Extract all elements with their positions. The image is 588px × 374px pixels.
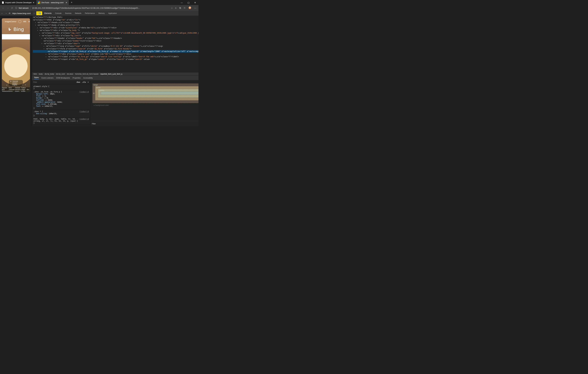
news-ticker: Signed and delivered New 'caravan' forms…: [2, 87, 30, 92]
ticker-item[interactable]: Debate winners, losers: [15, 87, 21, 92]
info-icon: ⓘ: [15, 7, 17, 9]
tab-application[interactable]: Application: [107, 11, 118, 16]
dom-breadcrumb[interactable]: htmlbodydiv.hp_bodydiv.hp_contdiv.sboxfo…: [32, 72, 199, 75]
minimize-button[interactable]: —: [178, 0, 185, 5]
dom-tree[interactable]: <a">class="t">!doctype html><a">class="t…: [32, 16, 199, 72]
screencast-url[interactable]: https://www.bing.com/: [12, 12, 31, 14]
styles-panel: :hov .cls ＋ element.style {}.sbox .sb_fo…: [32, 80, 90, 126]
boxmodel-content[interactable]: 498.531 × 18: [101, 92, 199, 95]
collections-icon[interactable]: ⧉: [179, 7, 181, 9]
ticker-item[interactable]: Signed and delivered: [2, 87, 9, 92]
breadcrumb-item[interactable]: div.hp_body: [45, 73, 54, 75]
tab-sources[interactable]: Sources: [64, 11, 73, 16]
favorites-icon[interactable]: ✧: [175, 7, 177, 10]
tab-console[interactable]: Console: [53, 11, 63, 16]
forward-button[interactable]: →: [7, 7, 9, 10]
close-window-button[interactable]: ✕: [192, 0, 199, 5]
dom-line[interactable]: <a">class="t">!doctype html>: [33, 16, 199, 19]
dom-line[interactable]: ▸ <a">class="t">div a">class="img_cont" …: [33, 32, 199, 34]
styles-subtabs: Styles Event Listeners DOM Breakpoints P…: [32, 75, 199, 80]
user-avatar-icon[interactable]: [18, 20, 21, 23]
inspect-icon[interactable]: ▭: [32, 12, 36, 14]
device-toggle-highlight[interactable]: [36, 11, 42, 15]
subtab-accessibility[interactable]: Accessibility: [83, 77, 93, 79]
breadcrumb-item[interactable]: div.hp_cont: [56, 73, 65, 75]
subtab-styles[interactable]: Styles: [34, 76, 39, 79]
subtab-properties[interactable]: Properties: [73, 77, 81, 79]
css-rules[interactable]: element.style {}.sbox .sb_form .sb_form_…: [32, 84, 90, 126]
browser-tab-2[interactable]: DevTools - www.bing.com/ ×: [36, 0, 69, 5]
extensions-icon[interactable]: ⚐: [184, 7, 186, 10]
reload-button[interactable]: ⟳: [11, 7, 13, 10]
boxmodel-margin[interactable]: margin – 10 – border – padding – 498.531…: [92, 83, 199, 103]
browser-titlebar: Inspect with Chrome Developer × DevTools…: [0, 0, 199, 5]
subtab-event-listeners[interactable]: Event Listeners: [42, 77, 53, 79]
breadcrumb-item[interactable]: form#sb_form.sb_form.hassbi: [75, 73, 98, 75]
dom-line[interactable]: <a">class="t">input a">id="sb_form_q" a"…: [33, 50, 199, 53]
browser-tab-1[interactable]: Inspect with Chrome Developer ×: [0, 0, 36, 5]
profile-avatar[interactable]: [188, 6, 191, 10]
boxmodel-padding[interactable]: padding – 498.531 × 18 –: [98, 89, 199, 98]
dom-line[interactable]: <a">class="t">div a">class="dimmer"></a"…: [33, 40, 199, 42]
computed-filter-label[interactable]: Filter: [92, 123, 96, 125]
dom-line[interactable]: ▸ <a">class="t">header a">class="header"…: [33, 37, 199, 40]
location-icon: ◎: [10, 80, 11, 85]
ticker-item[interactable]: Am: [26, 87, 30, 92]
not-secure-label: Not secure: [19, 7, 29, 9]
dom-line[interactable]: ▾ <a">class="t">form a">action="/search"…: [33, 47, 199, 50]
image-caption[interactable]: ◎ Harvest season begins: [9, 80, 23, 86]
breadcrumb-item[interactable]: html: [33, 73, 37, 75]
menu-icon[interactable]: ⋯: [194, 7, 196, 10]
back-button[interactable]: ←: [2, 7, 5, 10]
rewards-points: 895: [23, 21, 26, 23]
tab-network[interactable]: Network: [74, 11, 83, 16]
dom-line[interactable]: ▾ <a">class="t">body a">data-priority="2…: [33, 24, 199, 26]
dom-line[interactable]: ▸ <a">class="t">label a">for="sb_form_go…: [33, 55, 199, 58]
url-field[interactable]: ⓘ Not secure | 10.68.241.216:50080/msedg…: [15, 7, 169, 9]
dom-line[interactable]: ▸ <a">class="t">div a">class="camera ico…: [33, 53, 199, 55]
window-controls: — ▢ ✕: [178, 0, 199, 5]
hov-toggle[interactable]: :hov: [76, 81, 80, 83]
subtab-dom-breakpoints[interactable]: DOM Breakpoints: [56, 77, 70, 79]
dom-line[interactable]: <a">class="t">input a">id="sb_form_go" a…: [33, 58, 199, 61]
breadcrumb-item[interactable]: body: [39, 73, 43, 75]
remote-page-preview[interactable]: Images Connor 895 ⚙ ☰ Bing ⌖ 🔍 ⌄ ◎: [2, 18, 30, 92]
sc-forward-button[interactable]: →: [5, 12, 7, 14]
dom-line[interactable]: ▾ <a">class="t">div a">class="hp_cont">: [33, 34, 199, 37]
new-tab-button[interactable]: +: [69, 0, 74, 5]
bing-search-box[interactable]: ⌖ 🔍: [2, 34, 30, 39]
star-icon[interactable]: ☆: [171, 7, 173, 9]
tab-elements[interactable]: Elements: [43, 11, 53, 16]
breadcrumb-item[interactable]: div.sbox: [67, 73, 73, 75]
prev-icon[interactable]: ‹: [22, 84, 23, 86]
ticker-item[interactable]: Father might testify: [21, 87, 26, 92]
breadcrumb-item[interactable]: input#sb_form_q.sb_form_q: [100, 73, 122, 75]
cls-toggle[interactable]: .cls: [82, 81, 86, 83]
source-link[interactable]: (index):6: [79, 91, 89, 93]
sc-reload-button[interactable]: ⟳: [9, 12, 10, 14]
address-bar: ← → ⟳ ⓘ Not secure | 10.68.241.216:50080…: [0, 5, 199, 11]
dom-line[interactable]: ▾ <a">class="t">div a">class="sbox">: [33, 42, 199, 45]
ticker-item[interactable]: New 'caravan' forms: [9, 87, 15, 92]
dom-line[interactable]: <a">class="t">html a">lang="en" a">dir="…: [33, 19, 199, 21]
tab-memory[interactable]: Memory: [97, 11, 106, 16]
next-icon[interactable]: ›: [25, 84, 26, 86]
boxmodel-border[interactable]: border – padding – 498.531 × 18 – –: [95, 86, 199, 100]
sc-back-button[interactable]: ←: [1, 12, 3, 14]
settings-icon[interactable]: ⚙: [28, 21, 30, 23]
close-icon[interactable]: ×: [33, 1, 34, 4]
maximize-button[interactable]: ▢: [185, 0, 192, 5]
tab-performance[interactable]: Performance: [84, 11, 96, 16]
source-link[interactable]: (index):6: [79, 118, 89, 122]
dom-line[interactable]: ▸ <a">class="t">svg a">class="logo" a">f…: [33, 45, 199, 47]
new-style-button[interactable]: ＋: [87, 81, 89, 83]
chevron-down-icon[interactable]: ⌄: [6, 84, 8, 86]
dom-line[interactable]: ▸ <a">class="t">head>…</a">class="t">hea…: [33, 21, 199, 24]
styles-filter-input[interactable]: [33, 81, 74, 83]
source-link[interactable]: (index):6: [79, 110, 89, 113]
computed-first[interactable]: background-color: [95, 104, 109, 106]
images-link[interactable]: Images: [5, 21, 10, 23]
dom-line[interactable]: ▾ <a">class="t">div a">class="hp_body ">: [33, 29, 199, 32]
close-icon[interactable]: ×: [66, 1, 67, 4]
dom-line[interactable]: ▸ <a">class="t">div a">id="ajaxStyles" a…: [33, 26, 199, 29]
